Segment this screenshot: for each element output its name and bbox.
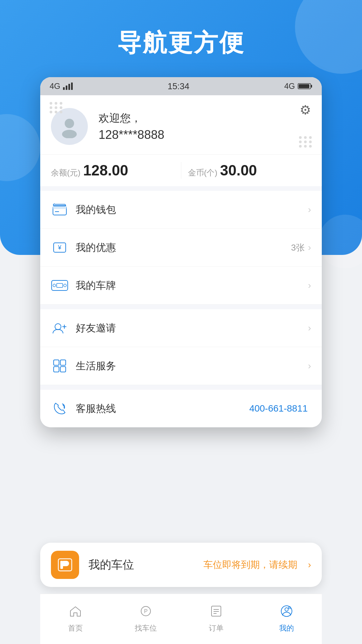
bar1	[63, 87, 65, 90]
svg-point-4	[62, 130, 77, 138]
find-icon: P	[139, 605, 152, 621]
notif-label: 我的车位	[88, 557, 194, 573]
menu-item-invite[interactable]: 好友邀请 ›	[40, 309, 322, 347]
avatar-image	[58, 115, 81, 138]
svg-rect-19	[54, 367, 59, 372]
menu-section: 我的钱包 › ¥ 我的优惠 3张 ›	[40, 191, 322, 427]
svg-point-14	[55, 324, 61, 330]
main-title: 导航更方便	[0, 27, 362, 59]
invite-chevron: ›	[308, 323, 311, 333]
menu-item-services[interactable]: 生活服务 ›	[40, 347, 322, 385]
nav-item-orders[interactable]: 订单	[181, 594, 251, 644]
svg-rect-10	[52, 280, 68, 290]
svg-rect-2	[299, 84, 309, 88]
svg-rect-1	[311, 85, 312, 88]
dots-top-left	[50, 102, 63, 113]
svg-point-11	[53, 284, 56, 287]
mine-icon	[280, 605, 293, 621]
status-time: 15:34	[168, 81, 189, 92]
menu-item-discount[interactable]: ¥ 我的优惠 3张 ›	[40, 229, 322, 267]
svg-point-12	[64, 284, 66, 287]
discount-badge: 3张	[291, 242, 304, 254]
balance-value: 128.00	[83, 162, 128, 179]
welcome-block: 欢迎您， 128****8888	[99, 111, 164, 142]
plate-chevron: ›	[308, 280, 311, 291]
discount-chevron: ›	[308, 242, 311, 253]
notif-action: 车位即将到期，请续期	[203, 558, 297, 571]
status-bar: 4G 15:34 4G	[40, 77, 322, 95]
bar3	[68, 84, 70, 90]
network-label: 4G	[50, 82, 60, 91]
wallet-icon	[51, 201, 68, 218]
nav-item-mine[interactable]: 我的	[251, 594, 322, 644]
notification-card[interactable]: 我的车位 车位即将到期，请续期 ›	[40, 543, 322, 587]
bar4	[71, 83, 73, 90]
nav-item-home[interactable]: 首页	[40, 594, 111, 644]
deco-circle-bottom-right	[318, 215, 362, 268]
deco-circle-left	[0, 114, 40, 181]
discount-icon: ¥	[51, 239, 68, 256]
nav-label-home: 首页	[68, 623, 83, 633]
welcome-text: 欢迎您，	[99, 111, 164, 126]
balance-section: 余额(元) 128.00 金币(个) 30.00	[40, 154, 322, 186]
coins-item: 金币(个) 30.00	[188, 162, 311, 179]
svg-rect-13	[57, 283, 63, 287]
wallet-chevron: ›	[308, 204, 311, 215]
battery-icon	[298, 83, 312, 90]
settings-icon[interactable]: ⚙	[300, 103, 311, 117]
nav-label-find: 找车位	[135, 623, 157, 633]
svg-point-3	[65, 119, 74, 128]
profile-phone: 128****8888	[99, 128, 164, 142]
nav-item-find[interactable]: P 找车位	[111, 594, 181, 644]
balance-item: 余额(元) 128.00	[51, 162, 174, 179]
plate-icon	[51, 277, 68, 294]
bar2	[66, 86, 67, 90]
menu-divider-2	[40, 385, 322, 390]
status-left: 4G	[50, 82, 73, 91]
hotline-label: 客服热线	[76, 402, 249, 416]
hotline-number[interactable]: 400-661-8811	[249, 403, 308, 414]
menu-item-hotline[interactable]: 客服热线 400-661-8811	[40, 390, 322, 427]
status-signal-label: 4G	[284, 82, 295, 91]
svg-rect-22	[60, 561, 63, 569]
hotline-icon	[51, 400, 68, 417]
coins-value: 30.00	[220, 162, 257, 179]
invite-icon	[51, 319, 68, 337]
discount-label: 我的优惠	[76, 241, 291, 255]
plate-label: 我的车牌	[76, 279, 308, 292]
status-right: 4G	[284, 82, 312, 91]
services-icon	[51, 357, 68, 375]
notif-chevron: ›	[308, 559, 311, 570]
balance-label: 余额(元)	[51, 167, 80, 178]
svg-rect-18	[60, 360, 66, 365]
services-label: 生活服务	[76, 359, 308, 373]
dots-bottom-right	[299, 136, 312, 148]
bottom-nav: 首页 P 找车位 订单	[40, 594, 322, 644]
parking-icon	[56, 556, 74, 574]
menu-divider-1	[40, 305, 322, 309]
svg-text:P: P	[144, 608, 148, 614]
signal-bars	[63, 83, 73, 90]
invite-label: 好友邀请	[76, 321, 308, 335]
svg-rect-17	[54, 360, 59, 365]
svg-rect-20	[60, 367, 66, 372]
nav-label-mine: 我的	[279, 623, 294, 633]
menu-item-plate[interactable]: 我的车牌 ›	[40, 267, 322, 305]
services-chevron: ›	[308, 361, 311, 371]
home-icon	[69, 605, 82, 621]
profile-info: 欢迎您， 128****8888	[51, 108, 311, 145]
svg-point-30	[285, 608, 288, 611]
svg-rect-6	[53, 206, 66, 209]
avatar[interactable]	[51, 108, 88, 145]
profile-section: ⚙ 欢迎您， 128****8888	[40, 95, 322, 154]
menu-item-wallet[interactable]: 我的钱包 ›	[40, 191, 322, 229]
wallet-label: 我的钱包	[76, 203, 308, 217]
phone-frame: 4G 15:34 4G ⚙	[40, 77, 322, 427]
nav-label-orders: 订单	[209, 623, 224, 633]
svg-text:¥: ¥	[58, 244, 62, 251]
notif-icon-wrap	[51, 551, 79, 579]
balance-divider	[181, 162, 181, 179]
coins-label: 金币(个)	[188, 167, 218, 178]
orders-icon	[210, 605, 223, 621]
